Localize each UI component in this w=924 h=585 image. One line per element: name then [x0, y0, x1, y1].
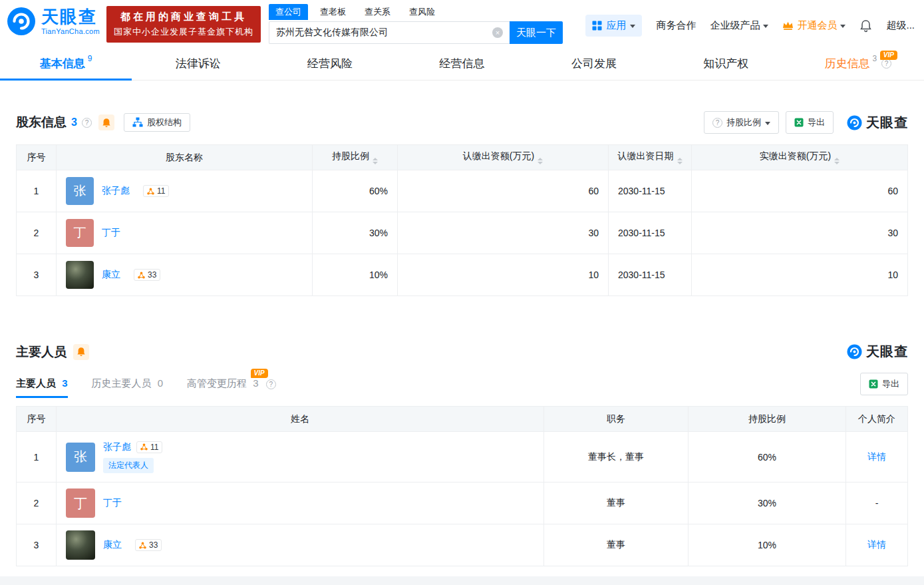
column-index: 序号: [17, 407, 57, 432]
search-tab-company[interactable]: 查公司: [269, 4, 308, 20]
bell-icon: [77, 347, 86, 357]
search-input[interactable]: [269, 21, 510, 44]
tab-basic-info[interactable]: 基本信息 9: [0, 47, 132, 80]
relation-graph-badge[interactable]: 33: [134, 269, 160, 281]
column-ratio: 持股比例: [689, 407, 846, 432]
tab-history-personnel[interactable]: 历史主要人员 0: [92, 377, 164, 398]
column-paid-sort[interactable]: 实缴出资额(万元): [692, 145, 908, 170]
bell-icon: [102, 118, 111, 128]
column-subscribed-sort[interactable]: 认缴出资额(万元): [398, 145, 609, 170]
tab-company-development[interactable]: 公司发展: [528, 47, 660, 80]
network-icon: [147, 188, 154, 195]
tab-intellectual-property[interactable]: 知识产权: [660, 47, 792, 80]
shareholders-section: 股东信息 3 ? 股权结构 ? 持股比例 导出: [16, 111, 908, 296]
network-icon: [138, 272, 145, 279]
eye-logo-icon: [7, 7, 36, 36]
nav-business-cooperation[interactable]: 商务合作: [656, 19, 696, 32]
avatar-photo[interactable]: [66, 530, 95, 560]
column-profile: 个人简介: [846, 407, 908, 432]
shareholders-table: 序号 股东名称 持股比例 认缴出资额(万元) 认缴出资日期 实缴出资额(万元) …: [16, 144, 908, 296]
tab-history-info[interactable]: 历史信息 3 ? VIP: [792, 47, 924, 80]
search-button[interactable]: 天眼一下: [510, 21, 563, 44]
search-area: 查公司 查老板 查关系 查风险 × 天眼一下: [269, 4, 563, 44]
help-icon: ?: [712, 118, 722, 128]
search-tabs: 查公司 查老板 查关系 查风险: [269, 4, 563, 20]
search-tab-risk[interactable]: 查风险: [402, 4, 442, 20]
tab-legal-litigation[interactable]: 法律诉讼: [132, 47, 263, 80]
shareholders-header: 股东信息 3 ? 股权结构 ? 持股比例 导出: [16, 111, 908, 134]
search-tab-relation[interactable]: 查关系: [358, 4, 397, 20]
column-index: 序号: [17, 145, 57, 170]
nav-open-membership[interactable]: 开通会员: [782, 19, 846, 32]
nav-super-member[interactable]: 超级...: [886, 19, 915, 32]
tab-operation-info[interactable]: 经营信息: [396, 47, 528, 80]
help-icon[interactable]: ?: [266, 379, 276, 389]
detail-link[interactable]: 详情: [867, 451, 886, 462]
table-row: 2 丁 丁于 董事 30% -: [17, 483, 908, 524]
person-name-link[interactable]: 丁于: [103, 497, 122, 509]
legal-representative-tag[interactable]: 法定代表人: [103, 458, 154, 473]
brand-domain: TianYanCha.com: [41, 27, 100, 35]
brand-name: 天眼查: [41, 8, 100, 25]
tab-executive-changes[interactable]: 高管变更历程 3 ? VIP: [187, 377, 276, 398]
monitor-bell-icon[interactable]: [73, 344, 89, 360]
network-icon: [140, 443, 148, 451]
shareholder-name-link[interactable]: 张子彪: [102, 185, 130, 197]
sort-icon: [834, 158, 840, 164]
relation-graph-badge[interactable]: 11: [136, 441, 162, 453]
avatar[interactable]: 丁: [66, 219, 94, 247]
table-header-row: 序号 股东名称 持股比例 认缴出资额(万元) 认缴出资日期 实缴出资额(万元): [17, 145, 908, 170]
profile-empty: -: [846, 483, 908, 524]
chevron-down-icon: [840, 25, 846, 28]
monitor-bell-icon[interactable]: [98, 114, 114, 130]
shareholder-name-link[interactable]: 丁于: [102, 227, 120, 239]
header-nav: 应用 商务合作 企业级产品 开通会员 超级...: [585, 15, 915, 37]
main-content: 股东信息 3 ? 股权结构 ? 持股比例 导出: [0, 111, 924, 566]
tianyancha-watermark: 天眼查: [847, 114, 908, 132]
tianyancha-logo[interactable]: 天眼查 TianYanCha.com: [7, 7, 100, 36]
equity-structure-button[interactable]: 股权结构: [124, 113, 190, 132]
avatar[interactable]: 张: [66, 443, 95, 472]
tianyancha-watermark: 天眼查: [847, 343, 908, 361]
avatar[interactable]: 张: [66, 177, 94, 205]
table-row: 1 张 张子彪 11 60% 60 2030-11-15: [17, 170, 908, 212]
personnel-table: 序号 姓名 职务 持股比例 个人简介 1 张 张子彪: [16, 406, 908, 566]
sort-icon: [538, 158, 543, 164]
search-tab-boss[interactable]: 查老板: [313, 4, 353, 20]
notifications-bell[interactable]: [859, 19, 872, 33]
vip-badge: VIP: [880, 51, 897, 60]
chevron-down-icon: [765, 122, 770, 125]
export-button[interactable]: 导出: [860, 373, 908, 395]
top-header: 天眼查 TianYanCha.com 都在用的商业查询工具 国家中小企业发展子基…: [0, 0, 924, 47]
bell-icon: [859, 19, 872, 33]
person-name-link[interactable]: 张子彪: [103, 441, 131, 453]
column-person-name: 姓名: [57, 407, 544, 432]
sort-icon: [677, 158, 683, 164]
shareholder-name-link[interactable]: 康立: [102, 269, 120, 281]
clear-icon[interactable]: ×: [492, 27, 503, 38]
tab-key-personnel[interactable]: 主要人员 3: [16, 377, 68, 398]
export-button[interactable]: 导出: [786, 111, 834, 134]
avatar[interactable]: 丁: [66, 488, 95, 518]
help-icon[interactable]: ?: [82, 118, 92, 128]
chevron-down-icon: [763, 25, 768, 28]
detail-link[interactable]: 详情: [867, 539, 886, 550]
table-row: 2 丁 丁于 30% 30 2030-11-15 30: [17, 212, 908, 254]
person-name-link[interactable]: 康立: [103, 539, 122, 551]
tab-operation-risk[interactable]: 经营风险: [264, 47, 396, 80]
apps-button[interactable]: 应用: [585, 15, 642, 37]
vip-badge: VIP: [251, 369, 268, 378]
nav-enterprise-products[interactable]: 企业级产品: [710, 19, 768, 32]
avatar-photo[interactable]: [66, 261, 94, 289]
column-sub-date-sort[interactable]: 认缴出资日期: [609, 145, 692, 170]
ratio-filter-dropdown[interactable]: ? 持股比例: [704, 111, 779, 134]
relation-graph-badge[interactable]: 33: [135, 539, 162, 551]
table-row: 3 康立 33 10% 10 2030-11-15: [17, 254, 908, 296]
relation-graph-badge[interactable]: 11: [143, 185, 169, 197]
chevron-down-icon: [630, 25, 635, 28]
table-row: 1 张 张子彪 11: [17, 432, 908, 483]
promo-banner: 都在用的商业查询工具 国家中小企业发展子基金旗下机构: [106, 6, 261, 43]
shareholders-count: 3: [71, 116, 77, 128]
network-icon: [139, 542, 146, 549]
column-ratio-sort[interactable]: 持股比例: [313, 145, 398, 170]
